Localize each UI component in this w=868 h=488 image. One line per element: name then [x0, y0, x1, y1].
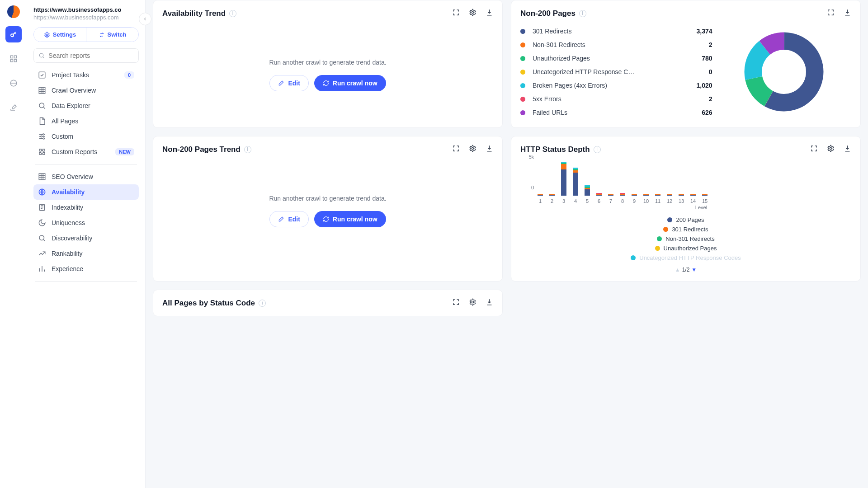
legend-item[interactable]: Failed URLs626: [520, 106, 712, 119]
pager-next-icon[interactable]: ▼: [691, 267, 697, 273]
info-icon[interactable]: i: [594, 146, 601, 153]
bar-column[interactable]: [547, 194, 557, 196]
svg-point-13: [43, 138, 44, 139]
legend-item[interactable]: 200 Pages: [667, 216, 704, 223]
iconbar-dashboard-icon[interactable]: [5, 51, 22, 67]
sidebar-item-seo-overview[interactable]: SEO Overview: [33, 169, 139, 184]
legend-value: 3,374: [697, 28, 712, 35]
svg-point-26: [830, 147, 831, 149]
sidebar-item-label: Data Explorer: [52, 102, 90, 109]
search-icon: [38, 52, 45, 59]
download-icon[interactable]: [844, 145, 851, 154]
bar-column[interactable]: [606, 194, 615, 196]
ylabel-bottom: 0: [531, 185, 534, 190]
legend-item[interactable]: Unauthorized Pages: [655, 245, 717, 252]
search-input[interactable]: [48, 52, 134, 59]
sidebar-item-indexability[interactable]: Indexability: [33, 200, 139, 215]
gear-icon[interactable]: [469, 9, 476, 18]
legend-item[interactable]: Broken Pages (4xx Errors)1,020: [520, 79, 712, 92]
sidebar-item-label: Experience: [52, 265, 83, 272]
edit-button[interactable]: Edit: [269, 75, 308, 91]
xlabel: 8: [618, 198, 627, 204]
info-icon[interactable]: i: [229, 10, 236, 17]
bar-column[interactable]: [571, 168, 580, 196]
sidebar-item-custom[interactable]: Custom: [33, 129, 139, 144]
bar-column[interactable]: [536, 194, 545, 196]
iconbar-edit-icon[interactable]: [5, 99, 22, 116]
legend-item[interactable]: Non-301 Redirects: [657, 235, 714, 242]
legend-label: Unauthorized Pages: [664, 245, 717, 252]
empty-message: Run another crawl to generate trend data…: [167, 195, 489, 202]
bar-column[interactable]: [594, 193, 604, 196]
sidebar-item-uniqueness[interactable]: Uniqueness: [33, 215, 139, 230]
bar-column[interactable]: [642, 194, 651, 196]
pager-prev-icon[interactable]: ▲: [675, 267, 680, 273]
search-box[interactable]: [33, 48, 139, 63]
info-icon[interactable]: i: [579, 10, 586, 17]
sidebar-item-availability[interactable]: Availability: [33, 184, 139, 200]
card-title: Non-200 Pages Trend: [162, 145, 241, 154]
bar-column[interactable]: [689, 194, 698, 196]
svg-point-27: [472, 301, 473, 303]
legend-item[interactable]: Non-301 Redirects2: [520, 38, 712, 52]
legend-item-truncated: Uncategorized HTTP Response Codes: [631, 254, 741, 261]
card-title: All Pages by Status Code: [162, 299, 255, 308]
info-icon[interactable]: i: [244, 146, 251, 153]
legend-label: Failed URLs: [533, 109, 567, 116]
sidebar-collapse-button[interactable]: [139, 13, 151, 25]
bar-column[interactable]: [653, 194, 662, 196]
sidebar-item-crawl-overview[interactable]: Crawl Overview: [33, 83, 139, 98]
bar-column[interactable]: [630, 194, 639, 196]
pager-text: 1/2: [682, 267, 690, 273]
expand-icon[interactable]: [452, 145, 460, 154]
expand-icon[interactable]: [827, 9, 835, 18]
bar-column[interactable]: [665, 194, 674, 196]
download-icon[interactable]: [486, 145, 493, 154]
download-icon[interactable]: [486, 9, 493, 18]
expand-icon[interactable]: [452, 298, 460, 308]
sidebar-item-discoverability[interactable]: Discoverability: [33, 230, 139, 246]
bar-column[interactable]: [677, 194, 686, 196]
sidebar-item-rankability[interactable]: Rankability: [33, 246, 139, 261]
bar-column[interactable]: [583, 185, 592, 196]
sidebar-item-data-explorer[interactable]: Data Explorer: [33, 98, 139, 113]
card-title: HTTP Status Depth: [520, 145, 590, 154]
iconbar-key-icon[interactable]: [5, 26, 22, 42]
bar-column[interactable]: [618, 193, 627, 196]
svg-point-12: [41, 136, 42, 137]
iconbar-gauge-icon[interactable]: [5, 75, 22, 91]
info-icon[interactable]: i: [259, 300, 266, 307]
legend-dot: [655, 246, 660, 251]
expand-icon[interactable]: [810, 145, 818, 154]
legend-value: 1,020: [697, 82, 712, 89]
sidebar-item-custom-reports[interactable]: Custom ReportsNEW: [33, 144, 139, 160]
sidebar: https://www.businessofapps.co https://ww…: [27, 0, 146, 488]
legend-item[interactable]: 301 Redirects: [663, 226, 708, 233]
edit-button[interactable]: Edit: [269, 211, 308, 227]
sidebar-item-project-tasks[interactable]: Project Tasks0: [33, 67, 139, 83]
legend-item[interactable]: 301 Redirects3,374: [520, 24, 712, 38]
download-icon[interactable]: [486, 298, 493, 308]
run-crawl-button[interactable]: Run crawl now: [314, 211, 386, 227]
xlabel: 10: [642, 198, 651, 204]
download-icon[interactable]: [844, 9, 851, 18]
settings-button[interactable]: Settings: [34, 28, 86, 42]
sidebar-item-experience[interactable]: Experience: [33, 261, 139, 277]
legend-item[interactable]: 5xx Errors2: [520, 92, 712, 106]
expand-icon[interactable]: [452, 9, 460, 18]
sidebar-item-all-pages[interactable]: All Pages: [33, 113, 139, 129]
legend-label: Broken Pages (4xx Errors): [533, 82, 607, 89]
legend-item[interactable]: Unauthorized Pages780: [520, 52, 712, 65]
xlabel: 11: [653, 198, 662, 204]
main-content: Availability Trend i Run another crawl t…: [146, 0, 868, 488]
bar-column[interactable]: [559, 162, 568, 196]
gear-icon[interactable]: [827, 145, 835, 154]
gear-icon[interactable]: [469, 145, 476, 154]
card-title: Availability Trend: [162, 9, 226, 18]
switch-button[interactable]: Switch: [86, 28, 138, 42]
gear-icon[interactable]: [469, 298, 476, 308]
legend-item[interactable]: Uncategorized HTTP Response C…0: [520, 65, 712, 79]
run-crawl-button[interactable]: Run crawl now: [314, 75, 386, 91]
legend-pager[interactable]: ▲1/2▼: [675, 267, 697, 273]
bar-column[interactable]: [700, 194, 709, 196]
